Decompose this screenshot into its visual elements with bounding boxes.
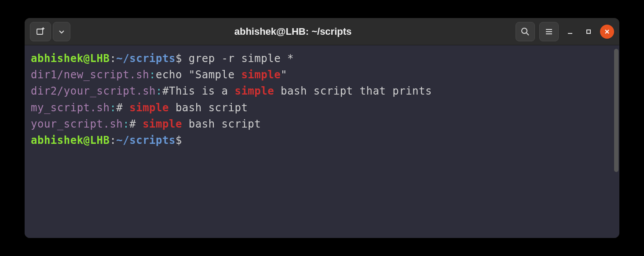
prompt-path: ~/scripts xyxy=(116,52,176,65)
svg-point-3 xyxy=(522,28,527,33)
grep-colon: : xyxy=(149,69,156,81)
prompt-colon: : xyxy=(110,52,116,65)
window-title: abhishek@LHB: ~/scripts xyxy=(74,26,512,37)
search-button[interactable] xyxy=(516,22,535,41)
prompt-dollar: $ xyxy=(176,134,182,146)
grep-file: your_script.sh xyxy=(31,118,123,130)
tab-dropdown-button[interactable] xyxy=(53,22,70,41)
grep-after: bash script that prints xyxy=(274,85,432,97)
maximize-button[interactable] xyxy=(582,25,596,39)
close-button[interactable] xyxy=(600,25,614,39)
grep-colon: : xyxy=(156,85,162,97)
hamburger-icon xyxy=(545,28,553,36)
grep-match: simple xyxy=(241,69,281,81)
minimize-icon xyxy=(567,29,573,35)
terminal-window: abhishek@LHB: ~/scripts xyxy=(25,18,619,238)
minimize-button[interactable] xyxy=(563,25,577,39)
grep-colon: : xyxy=(110,102,116,114)
grep-match: simple xyxy=(129,102,169,114)
grep-match: simple xyxy=(143,118,182,130)
terminal-body[interactable]: abhishek@LHB:~/scripts$ grep -r simple *… xyxy=(25,45,619,238)
svg-rect-9 xyxy=(587,30,590,33)
chevron-down-icon xyxy=(59,29,65,35)
title-bar: abhishek@LHB: ~/scripts xyxy=(25,18,619,45)
grep-file: dir2/your_script.sh xyxy=(31,85,156,97)
search-icon xyxy=(521,27,530,36)
grep-colon: : xyxy=(123,118,129,130)
grep-file: my_script.sh xyxy=(31,102,110,114)
grep-after: bash script xyxy=(182,118,261,130)
new-tab-icon xyxy=(36,27,45,37)
close-icon xyxy=(604,29,610,35)
grep-file: dir1/new_script.sh xyxy=(31,69,149,81)
grep-after: " xyxy=(281,69,287,81)
grep-before: # xyxy=(116,102,129,114)
terminal-content: abhishek@LHB:~/scripts$ grep -r simple *… xyxy=(31,51,613,149)
new-tab-button[interactable] xyxy=(30,22,51,41)
prompt-user-host: abhishek@LHB xyxy=(31,134,110,146)
title-bar-left xyxy=(30,22,70,41)
prompt-user-host: abhishek@LHB xyxy=(31,52,110,65)
maximize-icon xyxy=(585,29,592,35)
grep-before: # xyxy=(129,118,143,130)
grep-after: bash script xyxy=(169,102,248,114)
menu-button[interactable] xyxy=(539,22,559,41)
prompt-colon: : xyxy=(110,134,116,146)
svg-rect-0 xyxy=(37,29,43,34)
grep-before: echo "Sample xyxy=(156,69,241,81)
grep-before: #This is a xyxy=(162,85,234,97)
title-bar-right xyxy=(516,22,614,41)
svg-line-4 xyxy=(527,33,529,35)
scrollbar[interactable] xyxy=(614,49,618,172)
grep-match: simple xyxy=(234,85,274,97)
prompt-path: ~/scripts xyxy=(116,134,176,146)
command-text: grep -r simple * xyxy=(189,52,294,65)
prompt-dollar: $ xyxy=(176,52,182,65)
